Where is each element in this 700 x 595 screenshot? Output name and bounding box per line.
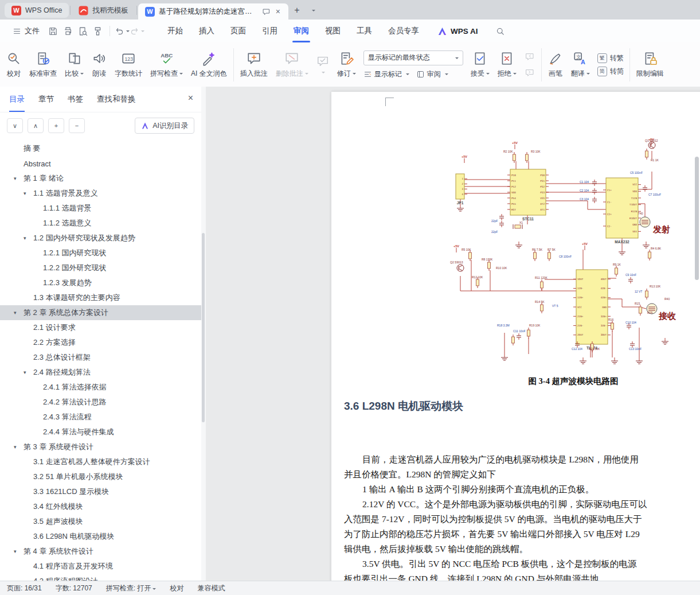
toc-item[interactable]: 2.4.3 算法流程 (0, 410, 201, 425)
word-count-indicator[interactable]: 字数: 12707 (56, 584, 92, 593)
toc-item[interactable]: ▾2.1 设计要求 (0, 320, 201, 335)
ai-polish-button[interactable]: AI 全文润色 (187, 46, 231, 83)
collapse-all-button[interactable]: ∧ (28, 118, 44, 133)
document-text[interactable]: 目前，走迷宫机器人应用较为广泛的电机驱动模块是 L298N，用他使用并且价格便宜… (344, 452, 647, 581)
tab-close-icon[interactable]: × (275, 7, 281, 16)
page-indicator[interactable]: 页面: 16/31 (7, 584, 42, 593)
toc-expand-arrow-icon[interactable]: ▾ (14, 310, 24, 316)
toc-item[interactable]: ▾1.1 选题背景及意义 (0, 186, 201, 201)
toc-item[interactable]: 1.2.2 国外研究现状 (0, 260, 201, 275)
print-button[interactable] (60, 24, 75, 38)
wps-ai-button[interactable]: WPS AI (437, 26, 478, 36)
to-simplified-button[interactable]: 简 转简 (597, 67, 624, 76)
toc-item[interactable]: 2.4.4 算法与硬件集成 (0, 425, 201, 440)
toc-item[interactable]: ▾Abstract (0, 156, 201, 171)
read-aloud-button[interactable]: 朗读 (88, 46, 111, 83)
resolve-comment-button[interactable] (312, 46, 333, 83)
proofread-button[interactable]: 校对 (2, 46, 25, 83)
toc-expand-arrow-icon[interactable]: ▾ (14, 549, 24, 554)
toc-item[interactable]: 1.2.1 国内研究现状 (0, 246, 201, 260)
reject-revision-button[interactable]: 拒绝 (494, 46, 521, 83)
zoom-out-button[interactable]: − (69, 118, 85, 133)
menu-item-2[interactable]: 页面 (222, 20, 254, 42)
previous-revision-button[interactable] (523, 50, 537, 63)
vertical-scrollbar[interactable] (694, 89, 699, 579)
toc-expand-arrow-icon[interactable]: ▾ (24, 190, 33, 196)
tab-list-chevron-icon[interactable] (306, 3, 320, 17)
delete-comment-button[interactable]: 删除批注 (272, 46, 312, 83)
undo-button[interactable] (115, 24, 130, 38)
wps-office-tab[interactable]: W WPS Office (5, 3, 69, 18)
toc-item[interactable]: 1.1.2 选题意义 (0, 216, 201, 231)
sidebar-tab-3[interactable]: 查找和替换 (97, 87, 136, 112)
toc-item[interactable]: ▾第 2 章 系统总体方案设计 (0, 305, 201, 320)
document-tab[interactable]: W 基于路径规划算法的走迷宫机... × (138, 3, 288, 20)
search-button[interactable] (493, 24, 508, 38)
sidebar-tab-0[interactable]: 目录 (9, 87, 25, 112)
toc-item[interactable]: 1.1.1 选题背景 (0, 201, 201, 216)
toc-item[interactable]: ▾第 3 章 系统硬件设计 (0, 440, 201, 454)
format-painter-button[interactable] (90, 24, 105, 38)
compare-button[interactable]: 比较 (61, 46, 88, 83)
insert-comment-button[interactable]: 插入批注 (236, 46, 272, 83)
toc-item[interactable]: ▾2.3 总体设计框架 (0, 350, 201, 365)
sidebar-tab-1[interactable]: 章节 (38, 87, 54, 112)
ai-recognize-toc-button[interactable]: AI识别目录 (135, 118, 194, 134)
menu-item-3[interactable]: 引用 (254, 20, 286, 42)
menu-item-7[interactable]: 会员专享 (380, 20, 427, 42)
file-menu-button[interactable]: 文件 (7, 23, 45, 39)
docer-template-tab[interactable]: 找稻壳模板 (72, 3, 135, 18)
toc-item[interactable]: ▾3.1 走迷宫机器人整体硬件方案设计 (0, 454, 201, 469)
menu-item-6[interactable]: 工具 (349, 20, 380, 42)
toc-expand-arrow-icon[interactable]: ▾ (24, 235, 33, 241)
menu-item-4[interactable]: 审阅 (286, 20, 317, 42)
new-tab-button[interactable]: + (290, 3, 304, 17)
restrict-editing-button[interactable]: 限制编辑 (632, 46, 668, 83)
show-markup-button[interactable]: 显示标记 (363, 69, 409, 79)
to-traditional-button[interactable]: 繁 转繁 (597, 53, 624, 63)
markup-state-select[interactable]: 显示标记的最终状态 (363, 50, 463, 65)
menu-item-5[interactable]: 视图 (317, 20, 349, 42)
compatibility-mode-badge[interactable]: 兼容模式 (197, 584, 225, 593)
toc-item[interactable]: ▾第 1 章 绪论 (0, 171, 201, 186)
sidebar-scrollbar-thumb[interactable] (202, 233, 205, 422)
toc-item[interactable]: ▾4.1 程序语言及开发环境 (0, 559, 201, 574)
translate-button[interactable]: 文 A 翻译 (567, 46, 594, 83)
next-revision-button[interactable] (523, 67, 537, 79)
close-pane-icon[interactable]: × (188, 93, 193, 103)
track-changes-button[interactable]: 修订 (333, 46, 360, 83)
save-button[interactable] (45, 24, 60, 38)
toc-item[interactable]: ▾2.2 方案选择 (0, 335, 201, 350)
toc-item[interactable]: ▾3.2 51 单片机最小系统模块 (0, 469, 201, 484)
redo-button[interactable] (130, 24, 144, 38)
spell-check-status[interactable]: 拼写检查: 打开 (106, 584, 157, 593)
expand-all-button[interactable]: ∨ (7, 118, 23, 133)
toc-item[interactable]: ▾3.6 L298N 电机驱动模块 (0, 529, 201, 544)
toc-item[interactable]: 1.2.3 发展趋势 (0, 275, 201, 290)
accept-revision-button[interactable]: 接受 (467, 46, 494, 83)
toc-expand-arrow-icon[interactable]: ▾ (14, 444, 24, 450)
menu-item-0[interactable]: 开始 (159, 20, 191, 42)
word-count-button[interactable]: 123 字数统计 (111, 46, 146, 83)
toc-item[interactable]: ▾3.3 1621LCD 显示模块 (0, 484, 201, 499)
toc-expand-arrow-icon[interactable]: ▾ (14, 176, 24, 181)
proofread-status[interactable]: 校对 (170, 584, 183, 593)
pen-button[interactable]: 画笔 (544, 46, 567, 83)
toc-expand-arrow-icon[interactable]: ▾ (24, 370, 33, 375)
print-preview-button[interactable] (75, 24, 90, 38)
toc-item[interactable]: 2.4.2 算法设计思路 (0, 395, 201, 410)
sidebar-tab-2[interactable]: 书签 (68, 87, 83, 112)
tab-comment-icon[interactable] (262, 7, 271, 16)
toc-item[interactable]: ▾3.5 超声波模块 (0, 514, 201, 529)
toc-item[interactable]: ▾摘 要 (0, 141, 201, 156)
review-pane-button[interactable]: 审阅 (416, 69, 448, 79)
spell-check-button[interactable]: ABC 拼写检查 (146, 46, 187, 83)
document-page[interactable]: 1234JP1P10P11P12VDDP54P55RSTP30P31P32P33… (331, 92, 700, 581)
standard-review-button[interactable]: 标准审查 (25, 46, 61, 83)
menu-item-1[interactable]: 插入 (191, 20, 222, 42)
zoom-in-button[interactable]: + (48, 118, 64, 133)
document-canvas[interactable]: 1234JP1P10P11P12VDDP54P55RSTP30P31P32P33… (206, 87, 700, 581)
vertical-scrollbar-thumb[interactable] (695, 157, 699, 280)
toc-item[interactable]: ▾1.2 国内外研究现状及发展趋势 (0, 231, 201, 246)
toc-item[interactable]: ▾3.4 红外线模块 (0, 499, 201, 514)
